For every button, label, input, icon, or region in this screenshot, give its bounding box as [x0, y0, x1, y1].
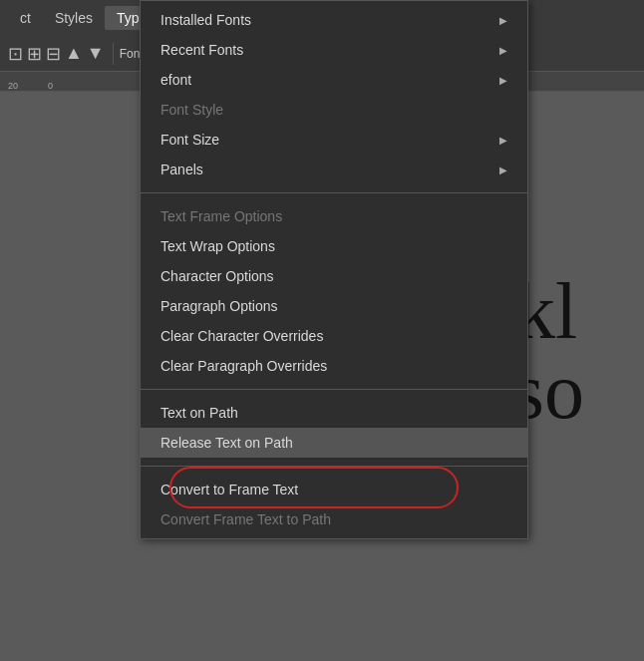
menu-item-panels[interactable]: Panels ▶: [141, 155, 527, 184]
ruler-tick-20: 20: [8, 81, 18, 91]
submenu-arrow-font-size: ▶: [499, 135, 507, 146]
separator-3: [141, 466, 527, 467]
toolbar-icon-1[interactable]: ⊡: [8, 43, 23, 65]
menubar-item-ct[interactable]: ct: [8, 6, 43, 30]
menu-item-font-size[interactable]: Font Size ▶: [141, 125, 527, 155]
toolbar-arrow-down-icon[interactable]: ▼: [87, 43, 105, 64]
menu-item-character-options[interactable]: Character Options: [141, 261, 527, 291]
menu-item-release-text-on-path[interactable]: Release Text on Path: [141, 428, 527, 458]
menu-item-text-on-path[interactable]: Text on Path: [141, 398, 527, 428]
menu-item-font-style: Font Style: [141, 95, 527, 125]
submenu-arrow-efont: ▶: [499, 75, 507, 86]
menu-item-text-wrap-options[interactable]: Text Wrap Options: [141, 231, 527, 261]
menu-item-recent-fonts[interactable]: Recent Fonts ▶: [141, 35, 527, 65]
menu-item-text-frame-options: Text Frame Options: [141, 201, 527, 231]
submenu-arrow-installed-fonts: ▶: [499, 15, 507, 26]
submenu-arrow-panels: ▶: [499, 165, 507, 175]
submenu-arrow-recent-fonts: ▶: [499, 45, 507, 56]
menu-item-efont[interactable]: efont ▶: [141, 65, 527, 95]
toolbar-arrow-up-icon[interactable]: ▲: [65, 43, 83, 64]
separator-2: [141, 389, 527, 390]
menubar-item-styles[interactable]: Styles: [43, 6, 105, 30]
separator-1: [141, 192, 527, 193]
menu-item-clear-paragraph-overrides[interactable]: Clear Paragraph Overrides: [141, 351, 527, 381]
menu-item-clear-character-overrides[interactable]: Clear Character Overrides: [141, 321, 527, 351]
toolbar-icon-2[interactable]: ⊞: [27, 43, 42, 65]
ruler-tick-0: 0: [48, 81, 53, 91]
menu-item-convert-to-frame-text[interactable]: Convert to Frame Text: [141, 475, 527, 504]
menu-item-paragraph-options[interactable]: Paragraph Options: [141, 291, 527, 321]
type-menu-dropdown: Installed Fonts ▶ Recent Fonts ▶ efont ▶…: [140, 0, 528, 539]
menu-item-convert-frame-text-to-path: Convert Frame Text to Path: [141, 504, 527, 534]
menu-item-installed-fonts[interactable]: Installed Fonts ▶: [141, 5, 527, 35]
toolbar-icon-3[interactable]: ⊟: [46, 43, 61, 65]
